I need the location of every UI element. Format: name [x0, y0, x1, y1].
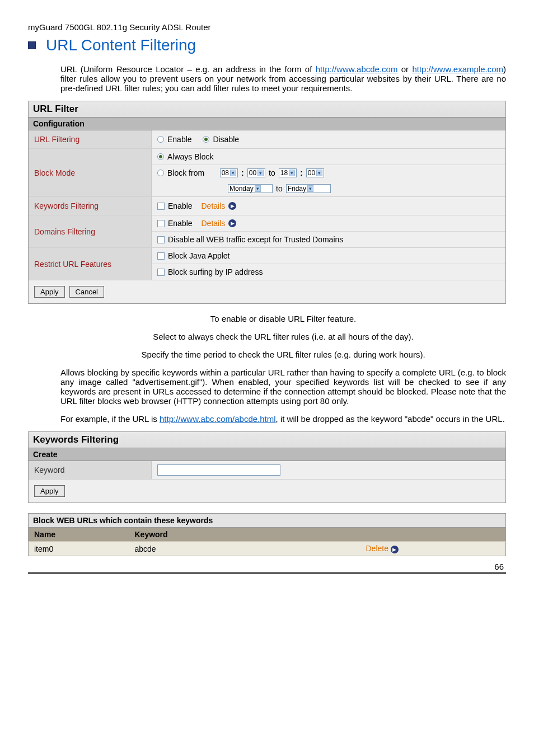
checkbox-domains-enable[interactable] — [157, 220, 165, 227]
panel-title: URL Filter — [29, 101, 505, 118]
arrow-right-icon[interactable]: ▶ — [228, 219, 236, 227]
radio-always-block-label: Always Block — [167, 152, 213, 161]
example-link-1[interactable]: http://www.abcde.com — [316, 64, 398, 74]
keywords-block-table: Block WEB URLs which contain these keywo… — [28, 513, 506, 556]
url-filter-panel: URL Filter Configuration URL Filtering E… — [28, 101, 506, 304]
radio-disable-label: Disable — [213, 135, 239, 144]
apply-button[interactable]: Apply — [34, 286, 65, 298]
cancel-button[interactable]: Cancel — [69, 286, 104, 298]
def-url-filtering: To enable or disable URL Filter feature. — [60, 314, 506, 323]
def-block-from: Specify the time period to check the URL… — [60, 350, 506, 359]
col-name: Name — [29, 528, 129, 542]
domains-details-link[interactable]: Details — [201, 219, 225, 228]
def-example-b: , it will be dropped as the keyword "abc… — [276, 414, 505, 424]
checkbox-disable-all-web-label: Disable all WEB traffic except for Trust… — [168, 235, 343, 244]
select-h1[interactable]: 08▾ — [220, 168, 238, 177]
footer-rule — [28, 572, 506, 574]
to-label-2: to — [276, 184, 283, 193]
keyword-input[interactable] — [157, 464, 280, 476]
chevron-down-icon: ▾ — [257, 170, 264, 176]
chevron-down-icon: ▾ — [230, 170, 236, 176]
col-keyword: Keyword — [129, 528, 360, 542]
checkbox-block-ip[interactable] — [157, 269, 165, 276]
radio-disable[interactable] — [203, 136, 209, 143]
delete-link[interactable]: Delete — [366, 544, 388, 553]
def-example-a: For example, if the URL is — [60, 414, 160, 424]
checkbox-domains-enable-label: Enable — [168, 219, 193, 228]
checkbox-block-ip-label: Block surfing by IP address — [168, 267, 263, 276]
checkbox-keywords-enable[interactable] — [157, 203, 165, 210]
breadcrumb: myGuard 7500GL 802.11g Security ADSL Rou… — [28, 22, 506, 32]
arrow-right-icon[interactable]: ▶ — [228, 202, 236, 210]
to-label-1: to — [269, 168, 275, 177]
intro-text-a: URL (Uniform Resource Locator – e.g. an … — [60, 64, 316, 74]
row-label-url-filtering: URL Filtering — [29, 130, 152, 148]
select-m1[interactable]: 00▾ — [247, 168, 265, 177]
row-keyword: abcde — [129, 542, 360, 556]
radio-enable-label: Enable — [167, 135, 192, 144]
example-link-2[interactable]: http://www.example.com — [412, 64, 503, 74]
select-day1[interactable]: Monday▾ — [228, 184, 273, 193]
keywords-filtering-panel: Keywords Filtering Create Keyword Apply — [28, 431, 506, 503]
def-keywords-text: Allows blocking by specific keywords wit… — [60, 368, 506, 406]
chevron-down-icon: ▾ — [289, 170, 295, 176]
table-row: item0 abcde Delete ▶ — [29, 542, 506, 556]
page-title: URL Content Filtering — [46, 36, 196, 54]
intro-text-b: or — [397, 64, 412, 74]
radio-always-block[interactable] — [157, 153, 164, 160]
checkbox-block-java-label: Block Java Applet — [168, 251, 230, 260]
kw-panel-title: Keywords Filtering — [29, 432, 505, 448]
checkbox-disable-all-web[interactable] — [157, 236, 165, 243]
chevron-down-icon: ▾ — [255, 185, 261, 192]
select-day2[interactable]: Friday▾ — [286, 184, 331, 193]
chevron-down-icon: ▾ — [316, 170, 322, 176]
select-h2[interactable]: 18▾ — [279, 168, 297, 177]
kw-block-title: Block WEB URLs which contain these keywo… — [29, 514, 506, 528]
row-label-keywords: Keywords Filtering — [29, 197, 152, 215]
kw-apply-button[interactable]: Apply — [34, 485, 65, 497]
title-bullet-icon — [28, 41, 36, 49]
row-label-block-mode: Block Mode — [29, 149, 152, 196]
radio-enable[interactable] — [157, 136, 164, 143]
def-always-block: Select to always check the URL filter ru… — [60, 332, 506, 341]
example-url-link[interactable]: http://www.abc.com/abcde.html — [160, 414, 276, 424]
arrow-right-icon[interactable]: ▶ — [391, 546, 399, 553]
intro-paragraph: URL (Uniform Resource Locator – e.g. an … — [60, 64, 506, 93]
page-number: 66 — [28, 562, 506, 571]
row-label-domains: Domains Filtering — [29, 215, 152, 247]
keywords-details-link[interactable]: Details — [201, 201, 225, 210]
row-label-restrict: Restrict URL Features — [29, 248, 152, 280]
chevron-down-icon: ▾ — [307, 185, 313, 192]
checkbox-block-java[interactable] — [157, 252, 165, 260]
panel-section-title: Configuration — [29, 118, 505, 130]
radio-block-from[interactable] — [157, 170, 164, 176]
checkbox-keywords-enable-label: Enable — [168, 201, 193, 210]
select-m2[interactable]: 00▾ — [306, 168, 324, 177]
row-name: item0 — [29, 542, 129, 556]
radio-block-from-label: Block from — [167, 168, 204, 177]
kw-create-header: Create — [29, 448, 505, 461]
kw-label: Keyword — [29, 461, 152, 479]
def-keywords: Allows blocking by specific keywords wit… — [60, 368, 506, 406]
def-example: For example, if the URL is http://www.ab… — [60, 414, 506, 424]
